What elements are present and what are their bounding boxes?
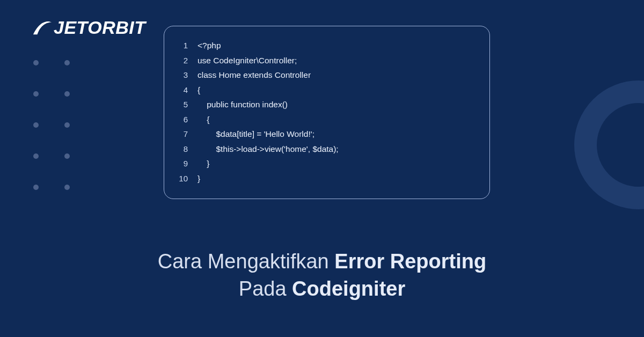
line-number: 3	[178, 71, 188, 79]
brand-name: JETORBIT	[54, 17, 146, 38]
page-title: Cara Mengaktifkan Error Reporting Pada C…	[0, 248, 644, 303]
brand-logo: JETORBIT	[32, 17, 146, 38]
code-line: 7 $data[title] = 'Hello World!';	[178, 127, 475, 142]
code-line: 8 $this->load->view('home', $data);	[178, 142, 475, 157]
line-number: 1	[178, 41, 188, 49]
headline-bold: Codeigniter	[292, 277, 405, 300]
code-line: 10 }	[178, 171, 475, 186]
code-snippet-box: 1 <?php 2 use CodeIgniter\Controller; 3 …	[164, 26, 490, 199]
line-number: 9	[178, 159, 188, 167]
code-line: 9 }	[178, 156, 475, 171]
code-line: 5 public function index()	[178, 97, 475, 112]
headline-part: Pada	[239, 277, 292, 300]
decorative-dot-grid	[33, 60, 70, 190]
code-line: 6 {	[178, 112, 475, 127]
code-text: }	[197, 174, 200, 183]
code-text: $this->load->view('home', $data);	[197, 145, 339, 153]
code-text: }	[197, 159, 209, 168]
headline-bold: Error Reporting	[334, 250, 486, 273]
line-number: 5	[178, 100, 188, 108]
code-line: 2 use CodeIgniter\Controller;	[178, 53, 475, 68]
code-line: 4 {	[178, 83, 475, 98]
code-text: use CodeIgniter\Controller;	[197, 56, 297, 65]
line-number: 2	[178, 56, 188, 64]
logo-swoosh-icon	[32, 19, 53, 37]
line-number: 4	[178, 86, 188, 94]
code-line: 1 <?php	[178, 38, 475, 53]
headline-part: Cara Mengaktifkan	[158, 250, 335, 273]
code-line: 3 class Home extends Controller	[178, 68, 475, 83]
line-number: 10	[178, 174, 188, 182]
code-text: {	[197, 86, 200, 94]
code-text: public function index()	[197, 100, 288, 109]
line-number: 6	[178, 115, 188, 123]
code-text: $data[title] = 'Hello World!';	[197, 130, 314, 138]
code-text: <?php	[197, 41, 221, 50]
code-text: {	[197, 115, 209, 124]
code-text: class Home extends Controller	[197, 71, 311, 79]
line-number: 7	[178, 130, 188, 138]
decorative-ring	[574, 80, 644, 209]
line-number: 8	[178, 145, 188, 153]
